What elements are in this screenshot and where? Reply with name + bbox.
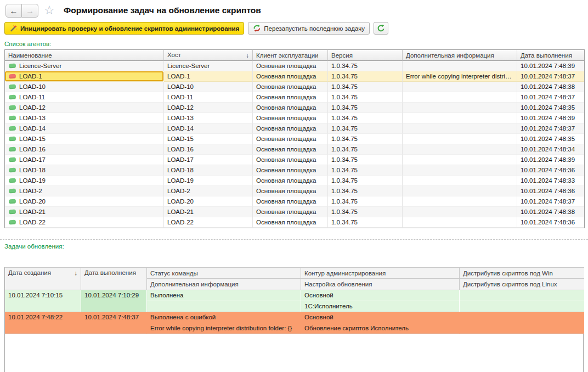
nav-buttons: ← → xyxy=(5,4,38,18)
agent-row[interactable]: LOAD-22LOAD-22Основная площадка1.0.34.75… xyxy=(5,217,584,228)
task-executed-cell: 10.01.2024 7:48:37 xyxy=(81,312,147,334)
agent-row[interactable]: LOAD-14LOAD-14Основная площадка1.0.34.75… xyxy=(5,123,584,134)
tasks-col-created[interactable]: Дата создания ↓ xyxy=(5,267,81,290)
agent-client-cell: Основная площадка xyxy=(253,123,328,134)
agent-name-cell: LOAD-17 xyxy=(5,155,164,165)
restart-last-task-button[interactable]: Перезапустить последнюю задачу xyxy=(248,22,370,35)
agent-client-cell: Основная площадка xyxy=(253,176,328,186)
nav-back-button[interactable]: ← xyxy=(5,4,22,18)
tasks-col-win[interactable]: Дистрибутив скриптов под Win xyxy=(460,267,584,279)
agent-client-cell: Основная площадка xyxy=(253,134,328,144)
agent-name-cell: LOAD-18 xyxy=(5,165,164,176)
agent-date-cell: 10.01.2024 7:48:34 xyxy=(517,144,584,155)
agent-info-cell xyxy=(403,103,517,113)
restart-label: Перезапустить последнюю задачу xyxy=(264,25,365,32)
agent-row[interactable]: Licence-ServerLicence-ServerОсновная пло… xyxy=(5,61,584,71)
agent-row[interactable]: LOAD-2LOAD-2Основная площадка1.0.34.7510… xyxy=(5,186,584,196)
agent-name-cell: LOAD-21 xyxy=(5,207,164,217)
agent-row[interactable]: LOAD-1LOAD-1Основная площадка1.0.34.75Er… xyxy=(5,71,584,82)
favorite-star-icon[interactable]: ☆ xyxy=(44,3,55,18)
agent-name: LOAD-1 xyxy=(19,73,42,80)
refresh-button[interactable] xyxy=(374,22,388,35)
agent-version-cell: 1.0.34.75 xyxy=(328,61,403,71)
task-status-cell: Выполнена xyxy=(147,290,301,301)
tasks-col-setting[interactable]: Настройка обновления xyxy=(301,279,460,290)
agent-name: LOAD-13 xyxy=(19,115,46,121)
agent-name: Licence-Server xyxy=(19,63,61,69)
agent-row[interactable]: LOAD-10LOAD-10Основная площадка1.0.34.75… xyxy=(5,82,584,92)
agents-col-client[interactable]: Клиент эксплуатации xyxy=(253,50,328,61)
task-created-cell: 10.01.2024 7:48:22 xyxy=(5,312,81,334)
agents-table-header: Наименование Хост ↓ Клиент эксплуатации … xyxy=(5,50,584,61)
sort-desc-icon: ↓ xyxy=(246,52,249,59)
task-executed-cell: 10.01.2024 7:10:29 xyxy=(81,290,147,312)
agent-name-cell: LOAD-11 xyxy=(5,92,164,103)
agent-host-cell: LOAD-17 xyxy=(164,155,253,165)
agent-name-cell: LOAD-2 xyxy=(5,186,164,196)
task-row[interactable]: 10.01.2024 7:48:22 10.01.2024 7:48:37 Вы… xyxy=(5,312,584,323)
agent-info-cell xyxy=(403,155,517,165)
agent-name: LOAD-2 xyxy=(19,188,42,194)
nav-forward-button[interactable]: → xyxy=(22,4,38,18)
task-row[interactable]: 10.01.2024 7:10:15 10.01.2024 7:10:29 Вы… xyxy=(5,290,584,301)
tasks-col-executed[interactable]: Дата выполнения xyxy=(81,267,147,290)
agent-name-cell: LOAD-10 xyxy=(5,82,164,92)
agent-status-icon xyxy=(9,64,16,69)
agent-host-cell: LOAD-14 xyxy=(164,123,253,134)
agent-client-cell: Основная площадка xyxy=(253,113,328,123)
agents-col-name[interactable]: Наименование xyxy=(5,50,164,61)
agent-host-cell: LOAD-20 xyxy=(164,196,253,207)
agent-row[interactable]: LOAD-11LOAD-11Основная площадка1.0.34.75… xyxy=(5,92,584,103)
agents-col-version[interactable]: Версия xyxy=(328,50,403,61)
agent-host-cell: Licence-Server xyxy=(164,61,253,71)
agent-name-cell: LOAD-14 xyxy=(5,123,164,134)
agents-section-label: Список агентов: xyxy=(4,41,51,47)
agent-info-cell xyxy=(403,176,517,186)
task-win-cell xyxy=(460,312,584,323)
agent-client-cell: Основная площадка xyxy=(253,61,328,71)
agent-host-cell: LOAD-15 xyxy=(164,134,253,144)
toolbar: Инициировать проверку и обновление скрип… xyxy=(4,22,388,35)
agent-row[interactable]: LOAD-15LOAD-15Основная площадка1.0.34.75… xyxy=(5,134,584,144)
init-update-label: Инициировать проверку и обновление скрип… xyxy=(20,25,239,32)
agent-name: LOAD-10 xyxy=(19,83,46,90)
tasks-col-linux[interactable]: Дистрибутив скриптов под Linux xyxy=(460,279,584,290)
tasks-col-contour[interactable]: Контур администрирования xyxy=(301,267,460,279)
agent-row[interactable]: LOAD-20LOAD-20Основная площадка1.0.34.75… xyxy=(5,196,584,207)
agent-info-cell xyxy=(403,186,517,196)
task-contour-cell: Основной xyxy=(301,312,460,323)
tasks-col-status[interactable]: Статус команды xyxy=(147,267,301,279)
agent-name-cell: LOAD-19 xyxy=(5,176,164,186)
agent-row[interactable]: LOAD-17LOAD-17Основная площадка1.0.34.75… xyxy=(5,155,584,165)
agent-row[interactable]: LOAD-19LOAD-19Основная площадка1.0.34.75… xyxy=(5,176,584,186)
agent-status-icon xyxy=(9,168,16,173)
agents-col-date[interactable]: Дата выполнения xyxy=(517,50,584,61)
agent-row[interactable]: LOAD-12LOAD-12Основная площадка1.0.34.75… xyxy=(5,103,584,113)
agent-status-icon xyxy=(9,95,16,100)
agent-row[interactable]: LOAD-13LOAD-13Основная площадка1.0.34.75… xyxy=(5,113,584,123)
agent-row[interactable]: LOAD-16LOAD-16Основная площадка1.0.34.75… xyxy=(5,144,584,155)
agent-date-cell: 10.01.2024 7:48:36 xyxy=(517,165,584,176)
page-title: Формирование задач на обновление скрипто… xyxy=(64,5,261,15)
agents-col-host[interactable]: Хост ↓ xyxy=(164,50,253,61)
agent-row[interactable]: LOAD-18LOAD-18Основная площадка1.0.34.75… xyxy=(5,165,584,176)
init-update-button[interactable]: Инициировать проверку и обновление скрип… xyxy=(4,22,244,35)
agent-row[interactable]: LOAD-21LOAD-21Основная площадка1.0.34.75… xyxy=(5,207,584,217)
agent-client-cell: Основная площадка xyxy=(253,165,328,176)
agent-name: LOAD-22 xyxy=(19,219,46,226)
agent-status-icon xyxy=(9,74,16,79)
forward-arrow-icon: → xyxy=(26,6,34,15)
agent-status-icon xyxy=(9,220,16,225)
agent-status-icon xyxy=(9,126,16,131)
tasks-table: Дата создания ↓ Дата выполнения Статус к… xyxy=(4,267,584,372)
sort-desc-icon: ↓ xyxy=(74,269,77,277)
agent-date-cell: 10.01.2024 7:48:39 xyxy=(517,113,584,123)
agent-version-cell: 1.0.34.75 xyxy=(328,165,403,176)
splitter-handle[interactable] xyxy=(0,239,588,243)
agent-host-cell: LOAD-22 xyxy=(164,217,253,228)
agents-table: Наименование Хост ↓ Клиент эксплуатации … xyxy=(4,49,585,228)
tasks-col-info[interactable]: Дополнительная информация xyxy=(147,279,301,290)
agent-name-cell: LOAD-12 xyxy=(5,103,164,113)
agents-col-info[interactable]: Дополнительная информация xyxy=(403,50,517,61)
agent-date-cell: 10.01.2024 7:48:36 xyxy=(517,217,584,228)
